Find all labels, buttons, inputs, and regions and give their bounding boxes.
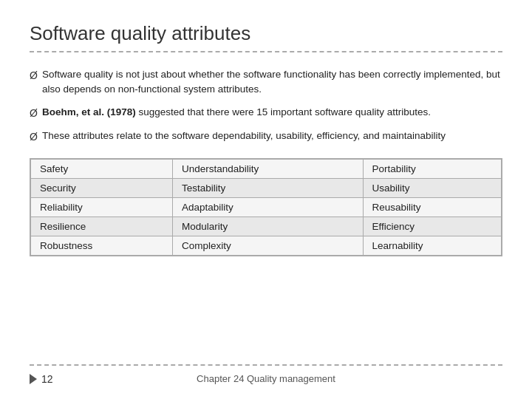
page-number: 12 [41,373,53,385]
table-cell: Modularity [172,216,363,236]
table-cell: Understandability [172,159,363,178]
table-cell: Reusability [363,197,501,216]
table-row: ResilienceModularityEfficiency [31,216,502,236]
content-area: Ø Software quality is not just about whe… [30,61,502,364]
attributes-table: SafetyUnderstandabilityPortabilitySecuri… [30,159,502,256]
bullet-text-1: Software quality is not just about wheth… [42,67,502,98]
bullet-3: Ø These attributes relate to the softwar… [30,129,502,145]
bullet-arrow-1: Ø [30,68,38,83]
table-cell: Testability [172,178,363,197]
table-cell: Robustness [31,236,173,255]
table-cell: Reliability [31,197,173,216]
quality-table: SafetyUnderstandabilityPortabilitySecuri… [30,158,502,256]
bullet-1: Ø Software quality is not just about whe… [30,67,502,98]
table-cell: Safety [31,159,173,178]
triangle-icon [30,374,37,384]
table-cell: Resilience [31,216,173,236]
table-row: SafetyUnderstandabilityPortability [31,159,502,178]
footer-chapter: Chapter 24 Quality management [197,373,335,384]
table-cell: Portability [363,159,501,178]
bullet-text-2: Boehm, et al. (1978) suggested that ther… [42,105,502,120]
footer: 12 Chapter 24 Quality management [30,364,502,384]
table-cell: Learnability [363,236,501,255]
table-cell: Efficiency [363,216,501,236]
page-number-area: 12 [30,373,53,385]
table-cell: Complexity [172,236,363,255]
table-cell: Usability [363,178,501,197]
table-row: SecurityTestabilityUsability [31,178,502,197]
bullet-2: Ø Boehm, et al. (1978) suggested that th… [30,105,502,121]
table-cell: Adaptability [172,197,363,216]
table-cell: Security [31,178,173,197]
table-row: RobustnessComplexityLearnability [31,236,502,255]
slide: Software quality attributes Ø Software q… [0,0,532,399]
bullet-text-3: These attributes relate to the software … [42,129,502,143]
slide-title: Software quality attributes [30,22,502,52]
bullet-arrow-2: Ø [30,106,38,121]
bullet-arrow-3: Ø [30,129,38,145]
table-row: ReliabilityAdaptabilityReusability [31,197,502,216]
